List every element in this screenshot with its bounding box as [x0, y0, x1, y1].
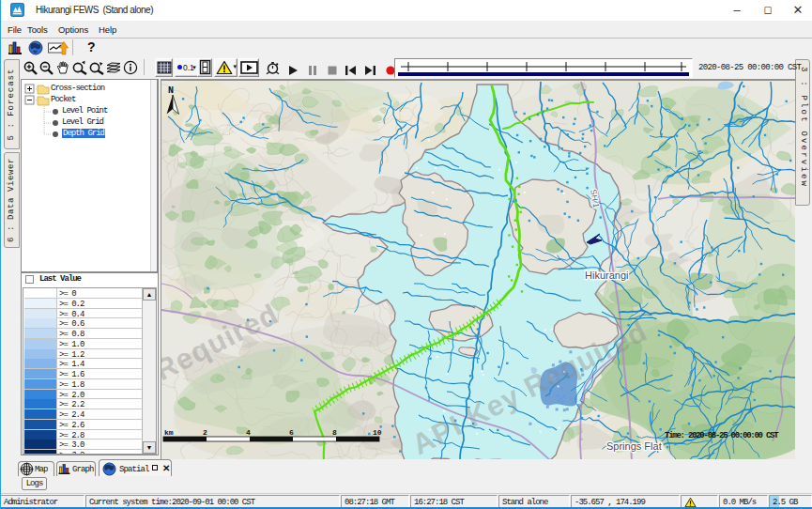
svg-text:Time: 2020-08-25 00:00:00 CST: Time: 2020-08-25 00:00:00 CST — [665, 431, 779, 440]
svg-text:N: N — [168, 85, 174, 96]
svg-text:2: 2 — [203, 428, 207, 437]
svg-text:8: 8 — [332, 428, 337, 437]
svg-text:10: 10 — [373, 428, 382, 437]
svg-text:km: km — [164, 428, 174, 437]
svg-text:6: 6 — [289, 428, 294, 437]
svg-text:Hikurangi: Hikurangi — [585, 270, 628, 281]
svg-text:Springs Flat: Springs Flat — [606, 440, 662, 452]
svg-text:4: 4 — [246, 428, 251, 437]
